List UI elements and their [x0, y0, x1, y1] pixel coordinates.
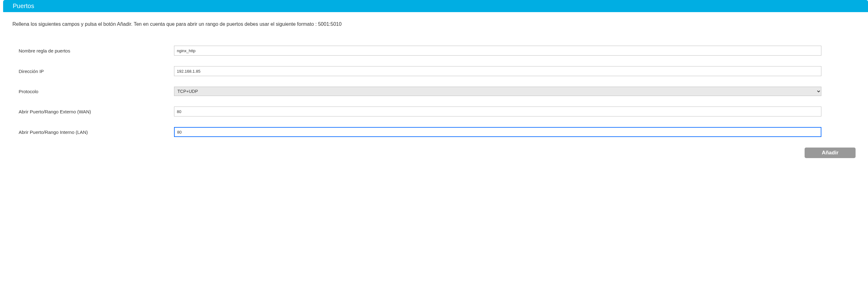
external-port-row: Abrir Puerto/Rango Externo (WAN): [19, 106, 822, 117]
internal-port-label: Abrir Puerto/Rango Interno (LAN): [19, 130, 174, 135]
form-description: Rellena los siguientes campos y pulsa el…: [12, 22, 859, 27]
internal-port-row: Abrir Puerto/Rango Interno (LAN): [19, 127, 822, 137]
panel-header: Puertos: [3, 0, 868, 12]
external-port-label: Abrir Puerto/Rango Externo (WAN): [19, 109, 174, 114]
form-container: Nombre regla de puertos Dirección IP Pro…: [12, 46, 859, 137]
ip-address-label: Dirección IP: [19, 69, 174, 74]
rule-name-row: Nombre regla de puertos: [19, 46, 822, 56]
internal-port-input[interactable]: [174, 127, 822, 137]
button-row: Añadir: [12, 147, 859, 158]
external-port-input[interactable]: [174, 106, 822, 117]
protocol-row: Protocolo TCP+UDP: [19, 87, 822, 96]
ip-address-input[interactable]: [174, 66, 822, 76]
ip-address-row: Dirección IP: [19, 66, 822, 76]
protocol-select[interactable]: TCP+UDP: [174, 87, 822, 96]
protocol-label: Protocolo: [19, 89, 174, 94]
rule-name-label: Nombre regla de puertos: [19, 48, 174, 54]
ports-panel: Puertos Rellena los siguientes campos y …: [0, 0, 868, 164]
rule-name-input[interactable]: [174, 46, 822, 56]
add-button[interactable]: Añadir: [805, 147, 856, 158]
panel-title: Puertos: [13, 2, 34, 9]
panel-body: Rellena los siguientes campos y pulsa el…: [3, 12, 868, 164]
